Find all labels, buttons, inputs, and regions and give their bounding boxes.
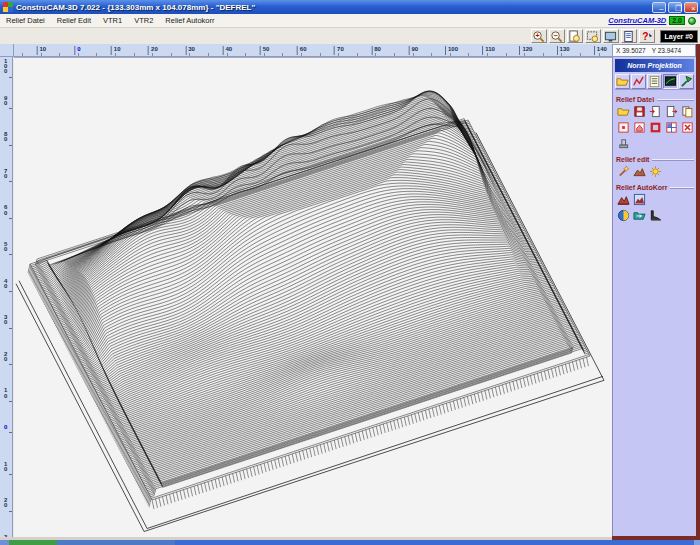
icon-row bbox=[616, 137, 694, 150]
folder-open-icon[interactable] bbox=[616, 105, 630, 118]
menu-item-relief-datei[interactable]: Relief Datei bbox=[0, 16, 51, 25]
vruler-label: 50 bbox=[4, 242, 9, 252]
panel-tab-folder-icon[interactable] bbox=[615, 74, 630, 89]
minimize-button[interactable]: ‒ bbox=[652, 2, 666, 13]
zoom-region-icon[interactable] bbox=[585, 29, 601, 43]
hruler-label: 40 bbox=[225, 46, 232, 52]
progress-segment bbox=[9, 540, 57, 545]
frame-x-icon[interactable] bbox=[680, 121, 694, 134]
panel-tab-list-icon[interactable] bbox=[647, 74, 662, 89]
close-button[interactable]: × bbox=[684, 2, 698, 13]
brand-logo: ConstruCAM-3D bbox=[608, 16, 666, 25]
panel-tab-curve-icon[interactable] bbox=[631, 74, 646, 89]
relief-wireframe-view[interactable] bbox=[14, 58, 612, 538]
menu-item-vtr1[interactable]: VTR1 bbox=[97, 16, 128, 25]
vruler-label: 30 bbox=[4, 315, 9, 325]
relief-sun-icon[interactable] bbox=[648, 165, 662, 178]
bottom-segment bbox=[0, 540, 9, 545]
hruler-label: 70 bbox=[337, 46, 344, 52]
bottom-segment bbox=[694, 540, 700, 545]
svg-text:+: + bbox=[536, 31, 540, 38]
section-label-relief-edit: Relief edit bbox=[616, 156, 694, 163]
hruler-label: 140 bbox=[597, 46, 607, 52]
mountain-red-icon[interactable] bbox=[616, 193, 630, 206]
cursor-coordinates: X 39.5027 Y 23.9474 bbox=[612, 44, 696, 57]
panel-tab-view-icon[interactable] bbox=[663, 74, 678, 89]
folder-sync-icon[interactable] bbox=[632, 209, 646, 222]
page-export-icon[interactable] bbox=[664, 105, 678, 118]
icon-row bbox=[616, 209, 694, 222]
stamp-icon[interactable] bbox=[616, 137, 630, 150]
icon-row bbox=[616, 193, 694, 206]
vruler-label: 10 bbox=[4, 462, 9, 472]
version-badge: 2.0 bbox=[669, 16, 685, 25]
app-window: ConstruCAM-3D 7.022 - {133.303mm x 104.0… bbox=[0, 0, 700, 545]
vruler-label: 70 bbox=[4, 169, 9, 179]
frame-home-icon[interactable] bbox=[632, 121, 646, 134]
layer-indicator[interactable]: Layer #0 bbox=[660, 30, 698, 43]
frame-grid-icon[interactable] bbox=[664, 121, 678, 134]
mountain-chart-icon[interactable] bbox=[632, 193, 646, 206]
zoom-in-icon[interactable]: + bbox=[531, 29, 547, 43]
boot-icon[interactable] bbox=[648, 209, 662, 222]
hruler-label: 90 bbox=[411, 46, 418, 52]
hruler-label: 20 bbox=[151, 46, 158, 52]
svg-text:?: ? bbox=[642, 31, 648, 42]
side-panel: Norm Projektion Relief DateiRelief editR… bbox=[612, 57, 696, 536]
menu-item-relief-autokorr[interactable]: Relief Autokorr bbox=[159, 16, 220, 25]
title-bar[interactable]: ConstruCAM-3D 7.022 - {133.303mm x 104.0… bbox=[0, 0, 700, 14]
panel-tab-tools-icon[interactable] bbox=[679, 74, 694, 89]
zoom-page-icon[interactable] bbox=[567, 29, 583, 43]
vruler-label: 20 bbox=[4, 498, 9, 508]
hruler-label: 60 bbox=[300, 46, 307, 52]
save-red-icon[interactable] bbox=[632, 105, 646, 118]
relief-hat-icon[interactable] bbox=[632, 165, 646, 178]
vruler-label: 40 bbox=[4, 279, 9, 289]
page-copy-icon[interactable] bbox=[680, 105, 694, 118]
frame-bold-icon[interactable] bbox=[648, 121, 662, 134]
section-label-relief-autokorr: Relief AutoKorr bbox=[616, 184, 694, 191]
app-icon bbox=[3, 2, 13, 12]
vruler-label: 80 bbox=[4, 132, 9, 142]
vruler-label: 10 bbox=[4, 388, 9, 398]
screen-icon[interactable] bbox=[603, 29, 619, 43]
menu-item-relief-edit[interactable]: Relief Edit bbox=[51, 16, 97, 25]
wand-icon[interactable] bbox=[616, 165, 630, 178]
vertical-ruler: 1009080706050403020100102030 bbox=[0, 57, 13, 537]
ruler-corner bbox=[0, 44, 14, 57]
icon-row bbox=[616, 121, 694, 134]
hruler-label: 30 bbox=[188, 46, 195, 52]
vruler-label: 20 bbox=[4, 352, 9, 362]
hruler-label: 130 bbox=[560, 46, 570, 52]
window-title: ConstruCAM-3D 7.022 - {133.303mm x 104.0… bbox=[16, 3, 255, 12]
hruler-label: 120 bbox=[522, 46, 532, 52]
vruler-label: 0 bbox=[4, 425, 9, 430]
hruler-label: 50 bbox=[263, 46, 270, 52]
sphere-icon[interactable] bbox=[616, 209, 630, 222]
doc-blue-icon[interactable] bbox=[621, 29, 637, 43]
horizontal-ruler: 100102030405060708090100110120130140 bbox=[14, 44, 612, 57]
hruler-label: 10 bbox=[114, 46, 121, 52]
frame-dot-icon[interactable] bbox=[616, 121, 630, 134]
help-icon[interactable]: ? bbox=[639, 29, 655, 43]
menu-item-vtr2[interactable]: VTR2 bbox=[128, 16, 159, 25]
hruler-label: 80 bbox=[374, 46, 381, 52]
vruler-label: 90 bbox=[4, 96, 9, 106]
zoom-out-icon[interactable]: − bbox=[549, 29, 565, 43]
maximize-button[interactable]: ❐ bbox=[668, 2, 682, 13]
page-import-icon[interactable] bbox=[648, 105, 662, 118]
hruler-label: 100 bbox=[448, 46, 458, 52]
hruler-label: 0 bbox=[77, 46, 80, 52]
hruler-label: 110 bbox=[485, 46, 495, 52]
vruler-label: 100 bbox=[4, 59, 9, 75]
hruler-label: 10 bbox=[39, 46, 46, 52]
panel-tab-strip bbox=[615, 74, 694, 90]
panel-title-bar[interactable]: Norm Projektion bbox=[615, 59, 694, 72]
bottom-segment bbox=[57, 540, 175, 545]
toolbar: +−? Layer #0 bbox=[0, 28, 700, 44]
drawing-viewport[interactable] bbox=[14, 57, 612, 537]
coord-y: Y 23.9474 bbox=[652, 47, 682, 54]
vruler-label: 60 bbox=[4, 205, 9, 215]
menu-bar: Relief DateiRelief EditVTR1VTR2Relief Au… bbox=[0, 14, 700, 28]
icon-row bbox=[616, 105, 694, 118]
